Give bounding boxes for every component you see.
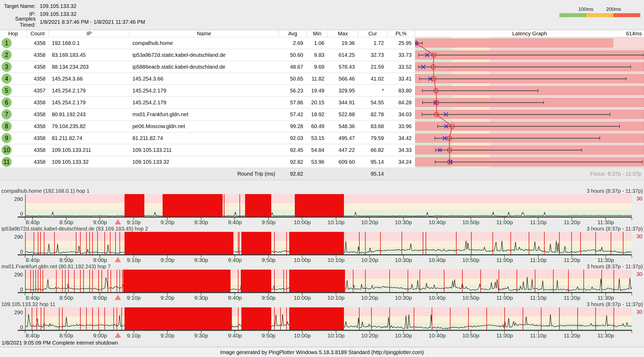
table-row[interactable]: 2 4358 83.169.183.45 ip53a9b72d.static.k… — [0, 49, 644, 61]
col-header-pl[interactable]: PL% — [387, 30, 415, 37]
hop-badge: 10 — [2, 145, 12, 155]
col-header-max[interactable]: Max — [328, 30, 358, 37]
table-row[interactable]: 8 4358 79.104.235.82 pe06.Moscow.gldn.ne… — [0, 120, 644, 132]
cell-latency-graph — [415, 144, 644, 156]
cell-cur: 95.14 — [358, 156, 387, 168]
packet-loss-line — [86, 232, 87, 254]
time-label: 8:50p — [59, 332, 73, 339]
timeline-plot[interactable] — [25, 270, 632, 293]
col-header-latency-graph[interactable]: Latency Graph 614ms — [415, 30, 644, 37]
timeline-title: 109.105.133.32 hop 11 — [1, 301, 55, 307]
packet-loss-line — [65, 270, 66, 292]
annotation-marker-icon[interactable] — [115, 219, 121, 224]
cell-hop: 9 — [0, 132, 26, 144]
table-row[interactable]: 7 4358 80.81.192.243 mx01.Frankfurt.gldn… — [0, 109, 644, 120]
packet-loss-line — [450, 307, 450, 330]
col-header-avg[interactable]: Avg — [279, 30, 307, 37]
annotation-marker-icon[interactable] — [115, 257, 121, 262]
packet-loss-line — [426, 232, 426, 254]
time-label: 10:10p — [328, 332, 344, 339]
table-row[interactable]: 6 4358 145.254.2.179 145.254.2.179 57.86… — [0, 97, 644, 109]
cell-ip: 145.254.2.179 — [49, 85, 130, 96]
packet-loss-line — [371, 307, 372, 330]
cell-latency-graph — [415, 132, 644, 144]
time-label: 9:20p — [160, 295, 174, 301]
packet-loss-line — [365, 232, 366, 254]
annotation-marker-icon[interactable] — [115, 332, 121, 338]
packet-loss-bar — [415, 62, 644, 71]
timeline-range-label: 3 hours (8:37p - 11:37p) — [587, 226, 643, 232]
packet-loss-bar — [415, 157, 644, 166]
timeline-plot[interactable] — [25, 232, 632, 255]
packet-loss-line — [444, 270, 444, 292]
time-label: 9:00p — [93, 295, 107, 301]
hop-badge: 11 — [2, 157, 12, 167]
annotation-bar[interactable]: 1/8/2021 9:05:09 PM Complete internet sh… — [0, 339, 644, 347]
outage-block — [289, 232, 344, 254]
timeline-graph[interactable]: compalhub.home (192.168.0.1) hop 1 3 hou… — [0, 188, 644, 226]
cell-min: 9.83 — [307, 49, 328, 61]
hop-badge: 3 — [2, 62, 12, 72]
packet-loss-line — [110, 232, 111, 254]
cell-min: 18.92 — [307, 109, 328, 120]
legend-color-bar — [559, 13, 640, 17]
table-row[interactable]: 4 4358 145.254.3.66 145.254.3.66 50.65 1… — [0, 73, 644, 85]
table-row[interactable]: 5 4357 145.254.2.179 145.254.2.179 56.23… — [0, 85, 644, 97]
ip-value: 109.105.133.32 — [36, 11, 76, 17]
table-row[interactable]: 1 4358 192.168.0.1 compalhub.home 2.69 1… — [0, 37, 644, 49]
cell-hop: 5 — [0, 85, 26, 96]
col-header-count[interactable]: Count — [26, 30, 49, 37]
col-header-cur[interactable]: Cur — [358, 30, 387, 37]
packet-loss-line — [239, 232, 240, 254]
time-label: 8:50p — [59, 219, 73, 226]
outage-block — [241, 270, 271, 292]
packet-loss-line — [517, 270, 517, 292]
timeline-plot[interactable] — [25, 194, 632, 218]
cell-cur: 1.72 — [358, 37, 387, 49]
time-axis-baseline — [18, 254, 632, 255]
packet-loss-line — [86, 307, 87, 330]
time-label: 11:30p — [597, 295, 614, 301]
col-header-name[interactable]: Name — [130, 30, 279, 37]
cell-name: ip5886eacb.static.kabel-deutschland.de — [130, 61, 279, 73]
table-row[interactable]: 3 4358 88.134.234.203 ip5886eacb.static.… — [0, 61, 644, 73]
packet-loss-line — [40, 232, 41, 254]
table-row[interactable]: 11 4358 109.105.133.32 109.105.133.32 92… — [0, 156, 644, 168]
cell-count: 4358 — [26, 109, 49, 120]
time-label: 10:00p — [294, 295, 311, 301]
packet-loss-line — [559, 232, 560, 254]
cell-ip: 81.211.82.74 — [49, 132, 130, 144]
packet-loss-line — [59, 307, 59, 330]
y-axis-zero-label: 0 — [20, 249, 23, 255]
target-name-label: Target Name: — [0, 3, 36, 9]
timeline-graph[interactable]: mx01.Frankfurt.gldn.net (80.81.192.243) … — [0, 264, 644, 301]
col-header-ip[interactable]: IP — [49, 30, 130, 37]
timeline-range-label: 3 hours (8:37p - 11:37p) — [587, 264, 643, 270]
cell-latency-graph — [415, 73, 644, 84]
timeline-graph[interactable]: ip53a9b72d.static.kabel-deutschland.de (… — [0, 226, 644, 264]
packet-loss-line — [98, 270, 99, 292]
time-label: 9:20p — [160, 332, 174, 339]
packet-loss-line — [117, 270, 117, 292]
col-header-min[interactable]: Min — [307, 30, 328, 37]
packet-loss-line — [113, 307, 114, 330]
time-tick — [25, 331, 25, 333]
table-row[interactable]: 10 4358 109.105.133.211 109.105.133.211 … — [0, 144, 644, 156]
timeline-plot[interactable] — [25, 307, 632, 331]
time-label: 10:20p — [361, 219, 378, 226]
timeline-graph[interactable]: 109.105.133.32 hop 11 3 hours (8:37p - 1… — [0, 301, 644, 339]
packet-loss-line — [583, 270, 584, 292]
cell-name: 109.105.133.211 — [130, 144, 279, 156]
packet-loss-line — [121, 307, 122, 330]
table-row[interactable]: 9 4358 81.211.82.74 81.211.82.74 92.03 5… — [0, 132, 644, 144]
time-label: 9:00p — [93, 332, 107, 339]
hop-badge: 5 — [2, 86, 12, 96]
time-label: 11:30p — [597, 257, 614, 263]
hop-badge: 1 — [2, 38, 12, 48]
latency-color-legend: 100ms 200ms — [559, 6, 640, 17]
cell-avg: 99.28 — [279, 120, 307, 132]
packet-loss-line — [510, 232, 511, 254]
col-header-hop[interactable]: Hop — [0, 30, 26, 37]
annotation-marker-icon[interactable] — [115, 295, 121, 300]
cell-latency-graph — [415, 85, 644, 96]
